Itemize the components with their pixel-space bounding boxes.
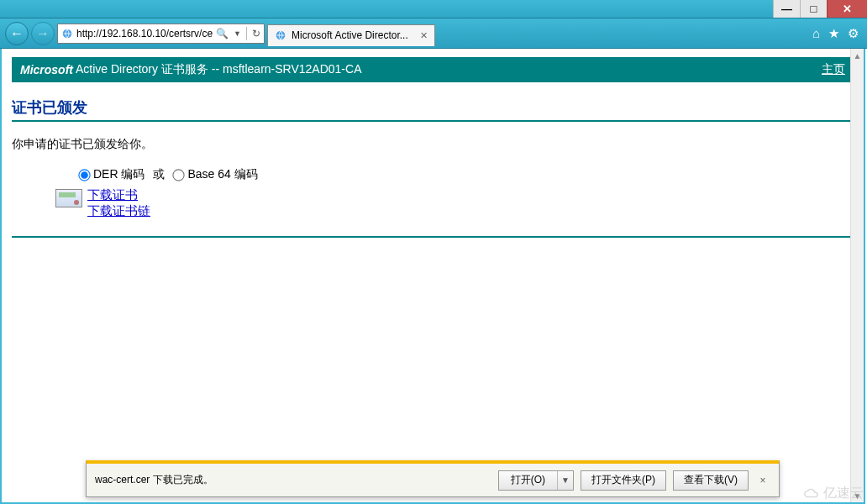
radio-base64-input[interactable] xyxy=(173,169,185,181)
ie-page-icon xyxy=(275,29,286,41)
watermark-text: 亿速云 xyxy=(823,485,864,502)
refresh-icon[interactable]: ↻ xyxy=(252,28,260,39)
radio-base64[interactable]: Base 64 编码 xyxy=(173,167,257,182)
watermark: 亿速云 xyxy=(803,485,864,502)
favorites-icon[interactable]: ★ xyxy=(828,26,839,41)
tab-close-button[interactable]: ✕ xyxy=(420,30,428,41)
view-downloads-button[interactable]: 查看下载(V) xyxy=(673,470,749,491)
issued-message: 你申请的证书已颁发给你。 xyxy=(12,137,854,152)
radio-der-input[interactable] xyxy=(78,169,90,181)
settings-icon[interactable]: ⚙ xyxy=(848,26,859,41)
certsrv-header: Microsoft Active Directory 证书服务 -- msftl… xyxy=(12,57,854,82)
cloud-icon xyxy=(803,487,822,501)
scroll-up-icon[interactable]: ▲ xyxy=(852,49,864,62)
browser-toolbar: ← → http://192.168.10.10/certsrv/ce 🔍 ▼ … xyxy=(0,18,867,49)
brand-text: Microsoft xyxy=(20,63,73,76)
window-maximize-button[interactable]: □ xyxy=(800,0,827,18)
encoding-options: DER 编码 或 Base 64 编码 xyxy=(79,167,854,182)
separator xyxy=(246,27,247,40)
window-close-button[interactable]: ✕ xyxy=(827,0,867,18)
radio-der-label: DER 编码 xyxy=(93,167,144,182)
arrow-left-icon: ← xyxy=(10,26,24,41)
download-notification-bar: wac-cert.cer 下载已完成。 打开(O) ▼ 打开文件夹(P) 查看下… xyxy=(86,460,780,497)
download-block: 下载证书 下载证书链 xyxy=(55,187,854,219)
radio-base64-label: Base 64 编码 xyxy=(187,167,257,182)
window-titlebar: — □ ✕ xyxy=(0,0,867,18)
home-link[interactable]: 主页 xyxy=(822,62,845,77)
dropdown-icon[interactable]: ▼ xyxy=(234,29,241,38)
search-icon[interactable]: 🔍 xyxy=(216,28,229,39)
url-text: http://192.168.10.10/certsrv/ce xyxy=(76,28,213,39)
page-title: 证书已颁发 xyxy=(12,97,854,122)
download-message: wac-cert.cer 下载已完成。 xyxy=(95,473,491,487)
tab-title: Microsoft Active Director... xyxy=(292,29,408,41)
arrow-right-icon: → xyxy=(36,26,50,41)
window-minimize-button[interactable]: — xyxy=(773,0,800,18)
ie-page-icon xyxy=(61,28,73,39)
address-bar-controls: 🔍 ▼ ↻ xyxy=(216,27,260,40)
open-button[interactable]: 打开(O) ▼ xyxy=(498,470,574,491)
minimize-icon: — xyxy=(781,3,792,14)
close-icon: ✕ xyxy=(843,3,852,14)
home-icon[interactable]: ⌂ xyxy=(812,26,820,41)
download-links: 下载证书 下载证书链 xyxy=(87,187,150,219)
address-bar[interactable]: http://192.168.10.10/certsrv/ce 🔍 ▼ ↻ xyxy=(57,24,265,44)
browser-tab[interactable]: Microsoft Active Director... ✕ xyxy=(267,24,435,46)
download-cert-link[interactable]: 下载证书 xyxy=(87,187,150,203)
chevron-down-icon[interactable]: ▼ xyxy=(558,475,573,485)
toolbar-right: ⌂ ★ ⚙ xyxy=(812,26,862,41)
nav-back-button[interactable]: ← xyxy=(5,22,29,45)
header-title: Active Directory 证书服务 -- msftlearn-SRV12… xyxy=(76,62,361,77)
notification-close-button[interactable]: × xyxy=(755,475,770,486)
radio-der[interactable]: DER 编码 xyxy=(79,167,144,182)
nav-forward-button[interactable]: → xyxy=(31,22,55,45)
divider xyxy=(12,236,854,238)
maximize-icon: □ xyxy=(811,3,817,14)
open-button-label: 打开(O) xyxy=(499,471,558,490)
download-chain-link[interactable]: 下载证书链 xyxy=(87,203,150,219)
page: Microsoft Active Directory 证书服务 -- msftl… xyxy=(2,49,864,246)
open-folder-button[interactable]: 打开文件夹(P) xyxy=(581,470,666,491)
content-area: Microsoft Active Directory 证书服务 -- msftl… xyxy=(0,49,865,504)
scrollbar[interactable]: ▲ ▼ xyxy=(850,49,864,502)
certificate-icon xyxy=(55,189,82,207)
or-text: 或 xyxy=(153,167,165,182)
